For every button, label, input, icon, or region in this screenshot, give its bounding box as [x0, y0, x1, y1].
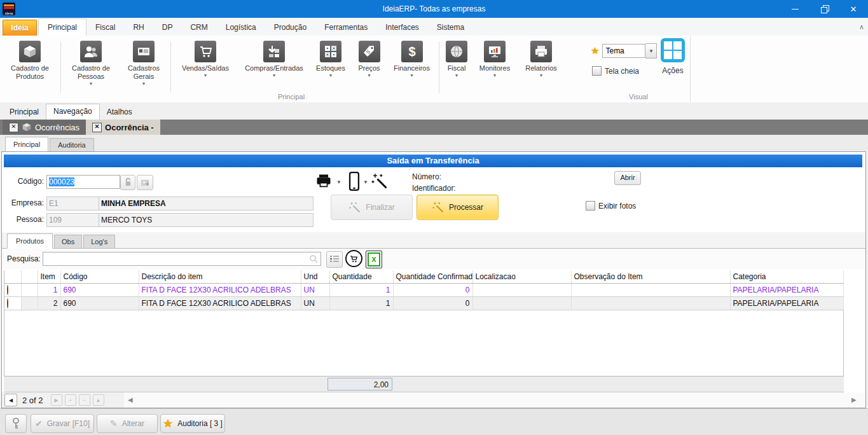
- button-cadastro-pessoas[interactable]: Cadastro de Pessoas ▾: [63, 38, 119, 86]
- dock-tab-atalhos[interactable]: Atalhos: [100, 104, 139, 120]
- detail-tab-produtos[interactable]: Produtos: [7, 233, 53, 249]
- button-estoques[interactable]: Estoques ▾: [311, 38, 350, 78]
- auditoria-button[interactable]: ★ Auditoria [ 3 ]: [160, 414, 225, 433]
- monitor-chart-icon: [487, 44, 502, 59]
- edit-record-button[interactable]: ▲: [93, 394, 104, 406]
- codigo-input[interactable]: 000023: [46, 175, 120, 189]
- ribbon-group-principal: Cadastro de Produtos Cadastro de Pessoas…: [0, 36, 582, 102]
- ribbon-tab-sistema[interactable]: Sistema: [428, 19, 473, 36]
- button-vendas-saidas[interactable]: Vendas/Saídas ▾: [174, 38, 237, 78]
- pessoa-code-field: 109: [46, 213, 101, 227]
- col-categoria[interactable]: Categoria: [730, 270, 843, 284]
- excel-export-button[interactable]: X: [366, 251, 382, 268]
- incoming-boxes-icon: [266, 44, 282, 59]
- ribbon-group-label-principal: Principal: [0, 93, 582, 100]
- processar-button[interactable]: Processar: [417, 195, 499, 220]
- cart-button[interactable]: [345, 250, 362, 267]
- document-tab-ocorrencia[interactable]: ✕ Ocorrência -: [86, 120, 160, 135]
- tela-cheia-option[interactable]: Tela cheia: [592, 66, 639, 76]
- ribbon-tab-rh[interactable]: RH: [124, 19, 153, 36]
- dropdown-arrow-icon: ▾: [493, 73, 496, 78]
- ribbon-tab-dp[interactable]: DP: [153, 19, 182, 36]
- theme-star-icon: ★: [591, 45, 599, 57]
- grid-header-row: Item Código Descrição do item Und Quanti…: [4, 270, 843, 284]
- search-input[interactable]: [43, 252, 321, 266]
- close-tab-icon[interactable]: ✕: [9, 123, 18, 132]
- ribbon-collapse-icon[interactable]: ∧: [859, 23, 864, 31]
- button-precos[interactable]: S Preços ▾: [352, 38, 387, 78]
- page-tab-principal[interactable]: Principal: [5, 137, 48, 151]
- ribbon-tab-principal[interactable]: Principal: [38, 18, 86, 36]
- ribbon-tab-fiscal[interactable]: Fiscal: [86, 19, 124, 36]
- column-list-button[interactable]: [326, 251, 343, 268]
- close-button[interactable]: ✕: [839, 0, 868, 18]
- check-icon: ✔: [35, 418, 43, 429]
- col-item[interactable]: Item: [38, 270, 60, 284]
- next-record-button[interactable]: ▶: [51, 394, 62, 406]
- tema-dropdown-button[interactable]: ▼: [645, 43, 657, 59]
- exibir-fotos-option[interactable]: Exibir fotos: [586, 201, 636, 211]
- delete-record-button[interactable]: −: [79, 394, 90, 406]
- abrir-button[interactable]: Abrir: [614, 171, 641, 185]
- dock-tab-navegacao[interactable]: Navegação: [46, 104, 100, 120]
- col-quantidade[interactable]: Quantidade: [329, 270, 393, 284]
- col-descricao[interactable]: Descrição do item: [139, 270, 301, 284]
- document-tab-ocorrencias[interactable]: ✕ Ocorrências: [3, 120, 86, 135]
- photo-button[interactable]: [137, 175, 153, 190]
- ribbon-tab-interfaces[interactable]: Interfaces: [376, 19, 428, 36]
- ribbon-tab-crm[interactable]: CRM: [181, 19, 216, 36]
- alterar-button: ✎ Alterar: [97, 414, 158, 433]
- mobile-dropdown-icon[interactable]: ▼: [363, 179, 368, 185]
- col-localizacao[interactable]: Localizacao: [472, 270, 571, 284]
- lock-button[interactable]: [120, 175, 135, 190]
- button-monitores[interactable]: Monitores ▾: [472, 38, 517, 78]
- key-icon: [12, 418, 20, 429]
- button-compras-entradas[interactable]: Compras/Entradas ▾: [238, 38, 310, 78]
- ribbon-tab-logistica[interactable]: Logística: [217, 19, 265, 36]
- button-cadastro-produtos[interactable]: Cadastro de Produtos: [2, 38, 58, 81]
- price-tag-icon: S: [362, 44, 377, 59]
- button-fiscal[interactable]: Fiscal ▾: [442, 38, 471, 78]
- cart-icon: [349, 254, 359, 263]
- wand-button[interactable]: [371, 172, 389, 192]
- page-title: Saída em Transferência: [4, 155, 862, 167]
- table-row[interactable]: 2 690 FITA D FACE 12X30 ACRILICO ADELBRA…: [4, 297, 843, 310]
- expand-column-header[interactable]: [21, 270, 38, 284]
- app-menu-button[interactable]: Ideia: [3, 20, 37, 36]
- col-observacao[interactable]: Observação do Item: [571, 270, 730, 284]
- button-financeiros[interactable]: $ Financeiros ▾: [388, 38, 436, 78]
- col-quantidade-confirmada[interactable]: Quantidade Confirmada: [393, 270, 472, 284]
- col-und[interactable]: Und: [301, 270, 329, 284]
- prev-record-button[interactable]: ◀: [4, 394, 17, 406]
- cube-icon: [22, 123, 32, 132]
- row-indicator-header[interactable]: [4, 270, 21, 284]
- people-icon: [83, 44, 99, 59]
- ribbon-tab-ferramentas[interactable]: Ferramentas: [315, 19, 376, 36]
- acoes-button[interactable]: Ações: [658, 38, 687, 75]
- print-button[interactable]: [315, 172, 333, 192]
- add-record-button[interactable]: +: [65, 394, 76, 406]
- mobile-button[interactable]: [348, 172, 361, 193]
- pessoa-name-field: MERCO TOYS: [99, 213, 313, 227]
- button-cadastros-gerais[interactable]: Cadastros Gerais ▾: [120, 38, 167, 86]
- scroll-left-icon[interactable]: ◀: [128, 396, 133, 403]
- col-codigo[interactable]: Código: [60, 270, 139, 284]
- ribbon-tab-producao[interactable]: Produção: [265, 19, 315, 36]
- dock-tab-principal[interactable]: Principal: [3, 104, 46, 120]
- table-row[interactable]: 1 690 FITA D FACE 12X30 ACRILICO ADELBRA…: [4, 284, 843, 297]
- page-tab-auditoria[interactable]: Auditoria: [50, 138, 93, 151]
- tela-cheia-checkbox[interactable]: [592, 66, 602, 76]
- dropdown-arrow-icon: ▾: [410, 73, 413, 78]
- detail-tab-logs[interactable]: Log's: [83, 235, 115, 248]
- detail-tab-obs[interactable]: Obs: [54, 235, 82, 248]
- exibir-fotos-checkbox[interactable]: [586, 201, 595, 211]
- tema-combobox[interactable]: Tema: [602, 44, 645, 58]
- close-tab-icon[interactable]: ✕: [92, 123, 102, 132]
- restore-button[interactable]: [809, 0, 839, 18]
- dropdown-arrow-icon: ▾: [329, 73, 332, 78]
- print-dropdown-icon[interactable]: ▼: [336, 179, 341, 185]
- minimize-button[interactable]: [780, 0, 809, 18]
- scroll-right-icon[interactable]: ▶: [851, 396, 857, 403]
- button-relatorios[interactable]: Relatorios ▾: [518, 38, 564, 78]
- finalizar-button: Finalizar: [331, 195, 413, 220]
